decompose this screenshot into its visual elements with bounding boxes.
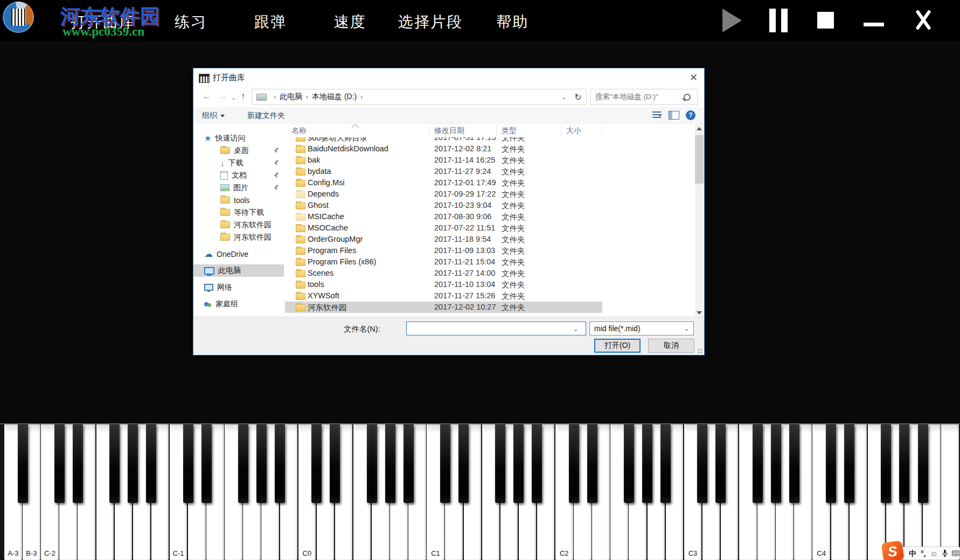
column-header-4[interactable]: 大小	[566, 126, 581, 136]
sogou-ime-button[interactable]: S	[881, 541, 905, 560]
table-row[interactable]: OrderGroupMgr2017-11-18 9:54文件夹	[284, 234, 695, 245]
black-key[interactable]	[367, 424, 377, 503]
sidebar-item-家庭组[interactable]: 家庭组	[193, 298, 284, 310]
black-key[interactable]	[642, 424, 652, 503]
black-key[interactable]	[715, 424, 726, 503]
breadcrumb-item[interactable]: 本地磁盘 (D:)	[312, 92, 357, 101]
address-chevron-icon[interactable]: ⌄	[562, 94, 567, 101]
resize-grip[interactable]	[698, 348, 703, 354]
black-key[interactable]	[569, 424, 579, 503]
scroll-up-button[interactable]	[695, 124, 704, 133]
black-key[interactable]	[532, 424, 542, 503]
black-key[interactable]	[128, 424, 138, 503]
organize-button[interactable]: 组织	[202, 111, 225, 121]
filename-input[interactable]	[406, 321, 586, 335]
black-key[interactable]	[183, 424, 193, 503]
black-key[interactable]	[899, 424, 909, 503]
up-icon[interactable]: ↑	[241, 91, 246, 102]
vertical-scrollbar[interactable]	[695, 124, 704, 317]
scrollbar-thumb[interactable]	[695, 135, 704, 184]
sidebar-item-图片[interactable]: 图片	[193, 181, 284, 194]
black-key[interactable]	[275, 424, 285, 503]
filename-chevron-icon[interactable]: ⌄	[573, 326, 578, 333]
black-key[interactable]	[18, 424, 28, 503]
table-row[interactable]: Scenes2017-11-27 14:00文件夹	[284, 268, 695, 279]
help-icon[interactable]: ?	[686, 110, 695, 120]
forward-icon[interactable]: →	[218, 91, 227, 102]
table-row[interactable]: 360驱动大师目录2017-07-31 17:15文件夹	[284, 137, 695, 143]
sidebar-item-tools[interactable]: tools	[193, 194, 284, 206]
sidebar-item-网络[interactable]: 网络	[193, 281, 284, 293]
black-key[interactable]	[238, 424, 248, 503]
scroll-down-button[interactable]	[695, 309, 704, 317]
black-key[interactable]	[495, 424, 505, 503]
black-key[interactable]	[771, 424, 781, 503]
back-icon[interactable]: ←	[202, 91, 211, 102]
ime-punctuation-button[interactable]: °,	[921, 550, 926, 557]
sidebar-item-河东软件园[interactable]: 河东软件园	[193, 219, 284, 231]
sidebar-item-桌面[interactable]: 桌面	[193, 144, 284, 157]
black-key[interactable]	[624, 424, 634, 503]
black-key[interactable]	[826, 424, 836, 503]
black-key[interactable]	[109, 424, 120, 503]
search-input[interactable]: 搜索"本地磁盘 (D:)"	[590, 89, 698, 105]
cancel-button[interactable]: 取消	[648, 339, 694, 353]
column-header-3[interactable]: 类型	[502, 126, 517, 136]
white-key-51[interactable]	[941, 424, 959, 560]
sidebar-item-等待下载[interactable]: 等待下载	[193, 206, 284, 219]
black-key[interactable]	[54, 424, 65, 503]
table-row[interactable]: bydata2017-11-27 9:24文件夹	[284, 166, 695, 177]
refresh-button[interactable]: ↻	[570, 89, 587, 105]
close-window-button[interactable]	[912, 8, 935, 32]
filetype-select[interactable]: mid file(*.mid) ⌄	[589, 321, 694, 335]
table-row[interactable]: Program Files2017-11-09 13:03文件夹	[284, 245, 695, 256]
black-key[interactable]	[753, 424, 763, 503]
history-chevron-icon[interactable]: ⌄	[231, 94, 236, 101]
black-key[interactable]	[697, 424, 707, 503]
sidebar-item-下载[interactable]: ↓下载	[193, 157, 284, 169]
sidebar-item-文档[interactable]: 文档	[193, 169, 284, 181]
black-key[interactable]	[587, 424, 597, 503]
table-row[interactable]: BaiduNetdiskDownload2017-12-02 8:21文件夹	[284, 143, 695, 155]
table-row[interactable]: Ghost2017-10-23 9:04文件夹	[284, 200, 695, 211]
table-row[interactable]: 河东软件园2017-12-02 10:27文件夹	[284, 302, 695, 313]
table-row[interactable]: Program Files (x86)2017-11-21 15:04文件夹	[284, 256, 695, 268]
table-row[interactable]: tools2017-11-10 13:04文件夹	[284, 279, 695, 290]
black-key[interactable]	[660, 424, 671, 503]
table-row[interactable]: Depends2017-09-29 17:22文件夹	[284, 188, 695, 200]
table-row[interactable]: XYWSoft2017-11-27 15:26文件夹	[284, 290, 695, 302]
sidebar-item-河东软件园[interactable]: 河东软件园	[193, 231, 284, 243]
menu-item-6[interactable]: 帮助	[496, 12, 528, 32]
black-key[interactable]	[881, 424, 891, 503]
sidebar-item-此电脑[interactable]: 此电脑	[193, 264, 284, 277]
column-header-1[interactable]: 名称	[291, 126, 307, 136]
menu-item-5[interactable]: 选择片段	[398, 12, 463, 32]
emoji-icon[interactable]: ☺	[930, 550, 938, 557]
table-row[interactable]: MSICache2017-08-30 9:06文件夹	[284, 211, 695, 222]
open-button[interactable]: 打开(O)	[594, 339, 641, 353]
black-key[interactable]	[918, 424, 928, 503]
sidebar-item-快速访问[interactable]: ★快速访问	[193, 132, 284, 144]
black-key[interactable]	[311, 424, 322, 503]
menu-item-4[interactable]: 速度	[334, 12, 366, 32]
ime-mode-button[interactable]: 中	[909, 550, 916, 557]
black-key[interactable]	[330, 424, 340, 503]
black-key[interactable]	[256, 424, 267, 503]
view-mode-button[interactable]	[652, 111, 662, 119]
new-folder-button[interactable]: 新建文件夹	[247, 111, 285, 121]
black-key[interactable]	[513, 424, 524, 503]
table-row[interactable]: MSOCache2017-07-22 11:51文件夹	[284, 222, 695, 234]
breadcrumb-item[interactable]: 此电脑	[280, 92, 302, 101]
breadcrumb[interactable]: ›此电脑›本地磁盘 (D:)› ⌄	[252, 89, 572, 105]
black-key[interactable]	[146, 424, 156, 503]
stop-button[interactable]	[817, 12, 834, 29]
minimize-button[interactable]	[864, 23, 884, 26]
keyboard-icon[interactable]	[952, 550, 959, 556]
black-key[interactable]	[440, 424, 450, 503]
menu-item-3[interactable]: 跟弹	[254, 12, 287, 32]
column-header-2[interactable]: 修改日期	[434, 126, 464, 136]
preview-pane-icon[interactable]	[669, 111, 679, 120]
black-key[interactable]	[789, 424, 799, 503]
black-key[interactable]	[458, 424, 469, 503]
microphone-icon[interactable]	[942, 549, 948, 557]
